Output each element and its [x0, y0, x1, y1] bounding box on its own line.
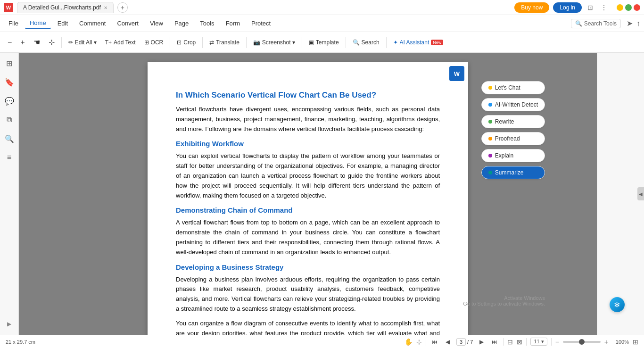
page-num-display[interactable]: 11 ▾ [530, 338, 547, 346]
window-icon-btn[interactable]: ⊡ [586, 3, 595, 12]
hand-icon: ☚ [33, 38, 40, 47]
current-page[interactable]: 3 [456, 338, 466, 346]
ai-written-dot [488, 103, 492, 107]
zoom-level-label: 100% [612, 339, 629, 345]
menu-page[interactable]: Page [170, 18, 193, 29]
menu-form[interactable]: Form [221, 18, 245, 29]
tab-close-btn[interactable]: ✕ [104, 5, 107, 10]
ai-written-detect-btn[interactable]: AI-Written Detect [481, 98, 545, 111]
hand-tool-btn[interactable]: ☚ [30, 36, 44, 49]
menu-view[interactable]: View [145, 18, 168, 29]
search-tools-icon: 🔍 [575, 20, 582, 27]
select-tool-btn[interactable]: ⊹ [45, 36, 58, 49]
lets-chat-dot [488, 86, 492, 90]
section-para-2a: Developing a business plan involves ardu… [176, 275, 440, 314]
translate-icon: ⇄ [209, 39, 214, 46]
edit-all-label: Edit All ▾ [75, 39, 97, 46]
edit-all-btn[interactable]: ✏ Edit All ▾ [65, 37, 100, 48]
minimize-btn[interactable] [617, 4, 623, 11]
app-icon: W [4, 3, 13, 12]
window-kebab-btn[interactable]: ⋮ [599, 3, 609, 12]
hand-mode-btn[interactable]: ✋ [405, 338, 413, 346]
cursor-icon: ⊹ [49, 38, 55, 47]
zoom-out-status-btn[interactable]: − [555, 338, 559, 346]
ai-assistant-btn[interactable]: ✦ AI Assistant New [389, 37, 447, 48]
sidebar-layers-btn[interactable]: ⧉ [3, 113, 16, 126]
buy-now-btn[interactable]: Buy now [514, 2, 549, 13]
zoom-slider[interactable] [563, 341, 601, 343]
sep6 [346, 37, 346, 48]
right-panel-collapse-btn[interactable]: ◀ [637, 187, 644, 200]
word-export-btn[interactable]: W [449, 66, 464, 81]
tab-title: A Detailed Gui...Flowcharts.pdf [23, 4, 101, 11]
menu-file[interactable]: File [4, 18, 23, 29]
ai-lets-chat-btn[interactable]: Let's Chat [481, 81, 545, 94]
template-btn[interactable]: ▣ Template [305, 37, 343, 48]
translate-btn[interactable]: ⇄ Translate [206, 37, 243, 48]
single-page-btn[interactable]: ⊟ [507, 338, 513, 346]
ocr-label: OCR [151, 39, 164, 46]
proofread-label: Proofread [495, 135, 520, 142]
add-text-btn[interactable]: T+ Add Text [101, 37, 140, 48]
sep5 [302, 37, 302, 48]
active-tab[interactable]: A Detailed Gui...Flowcharts.pdf ✕ [17, 2, 114, 13]
zoom-out-icon: − [8, 38, 12, 47]
sep-status2 [503, 338, 504, 346]
maximize-btn[interactable] [625, 4, 632, 11]
sep4 [246, 37, 247, 48]
sidebar-collapse-btn[interactable]: ▶ [7, 321, 11, 331]
sep3 [202, 37, 203, 48]
log-in-btn[interactable]: Log in [553, 2, 582, 13]
menu-tools[interactable]: Tools [195, 18, 219, 29]
section-para-0: You can exploit vertical flowcharts to d… [176, 151, 440, 200]
menu-protect[interactable]: Protect [247, 18, 275, 29]
sep-status1 [426, 338, 426, 346]
sidebar-comment-btn[interactable]: 💬 [3, 94, 16, 108]
screenshot-btn[interactable]: 📷 Screenshot ▾ [249, 37, 299, 48]
search-btn[interactable]: 🔍 Search [349, 37, 383, 48]
send-btn[interactable]: ➤ [627, 19, 633, 28]
zoom-in-status-btn[interactable]: + [604, 338, 608, 346]
ai-summarize-btn[interactable]: Summarize [481, 166, 545, 179]
screenshot-icon: 📷 [253, 39, 260, 46]
section-heading-1: Demonstrating Chain of Command [176, 206, 440, 214]
sidebar-bookmark-btn[interactable]: 🔖 [3, 75, 16, 89]
crop-btn[interactable]: ⊡ Crop [173, 37, 199, 48]
add-text-icon: T+ [105, 39, 112, 46]
zoom-out-btn[interactable]: − [4, 36, 16, 49]
ocr-btn[interactable]: ⊞ OCR [140, 37, 167, 48]
menu-home[interactable]: Home [25, 17, 51, 29]
add-tab-btn[interactable]: + [117, 2, 128, 13]
ai-explain-btn[interactable]: Explain [481, 149, 545, 162]
sidebar-search-btn[interactable]: 🔍 [3, 132, 16, 145]
last-page-btn[interactable]: ⏭ [490, 337, 499, 347]
pdf-area[interactable]: W In Which Scenario Vertical Flow Chart … [19, 53, 597, 335]
menu-edit[interactable]: Edit [53, 18, 73, 29]
title-bar-left: W A Detailed Gui...Flowcharts.pdf ✕ + [4, 2, 514, 13]
select-mode-btn[interactable]: ⊹ [416, 338, 422, 346]
ai-floating-btn[interactable]: ❄ [610, 297, 625, 312]
sidebar-stack-btn[interactable]: ≡ [3, 151, 16, 164]
ai-rewrite-btn[interactable]: Rewrite [481, 115, 545, 128]
double-page-btn[interactable]: ⊠ [517, 338, 522, 346]
sep2 [170, 37, 170, 48]
left-sidebar: ⊞ 🔖 💬 ⧉ 🔍 ≡ ▶ [0, 53, 19, 335]
menu-comment[interactable]: Comment [74, 18, 110, 29]
first-page-btn[interactable]: ⏮ [430, 337, 439, 347]
share-btn[interactable]: ↑ [636, 19, 640, 28]
sep7 [386, 37, 387, 48]
zoom-in-btn[interactable]: + [17, 36, 28, 49]
word-icon: W [454, 70, 460, 77]
section-para-1: A vertical flowchart flows from top to b… [176, 218, 440, 257]
fit-page-btn[interactable]: ⊞ [633, 338, 638, 346]
template-icon: ▣ [309, 39, 314, 46]
sidebar-panels-btn[interactable]: ⊞ [3, 57, 16, 70]
ai-proofread-btn[interactable]: Proofread [481, 132, 545, 145]
next-page-btn[interactable]: ▶ [477, 337, 486, 347]
ai-icon: ✦ [393, 39, 398, 46]
prev-page-btn[interactable]: ◀ [443, 337, 453, 347]
menu-convert[interactable]: Convert [112, 18, 143, 29]
menu-search-tools[interactable]: 🔍 Search Tools [571, 19, 621, 28]
close-btn[interactable] [634, 4, 640, 11]
rewrite-dot [488, 120, 492, 124]
